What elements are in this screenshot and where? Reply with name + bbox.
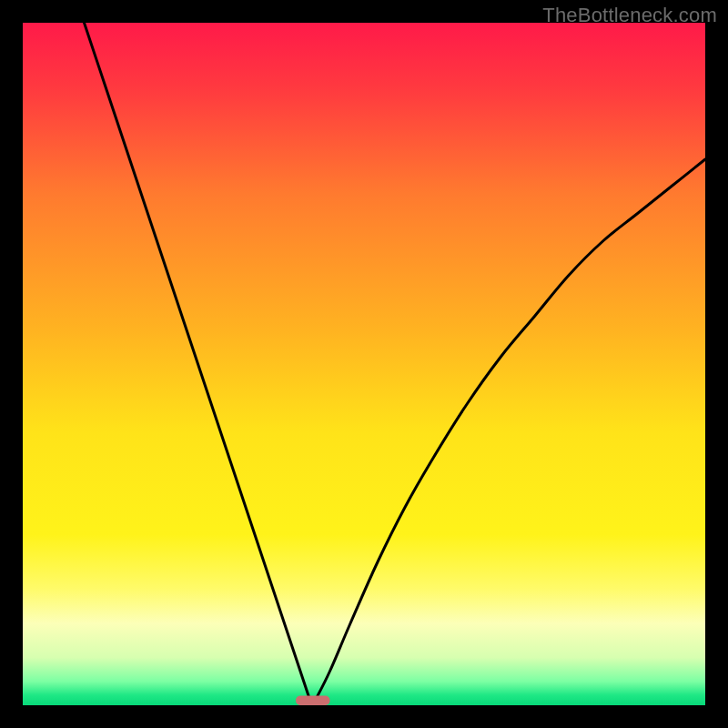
plot-area [23,23,705,705]
bottleneck-curve-right [317,159,706,699]
chart-frame: TheBottleneck.com [0,0,728,728]
optimum-marker [296,696,330,706]
curve-layer [23,23,705,705]
bottleneck-curve-left [85,23,310,699]
